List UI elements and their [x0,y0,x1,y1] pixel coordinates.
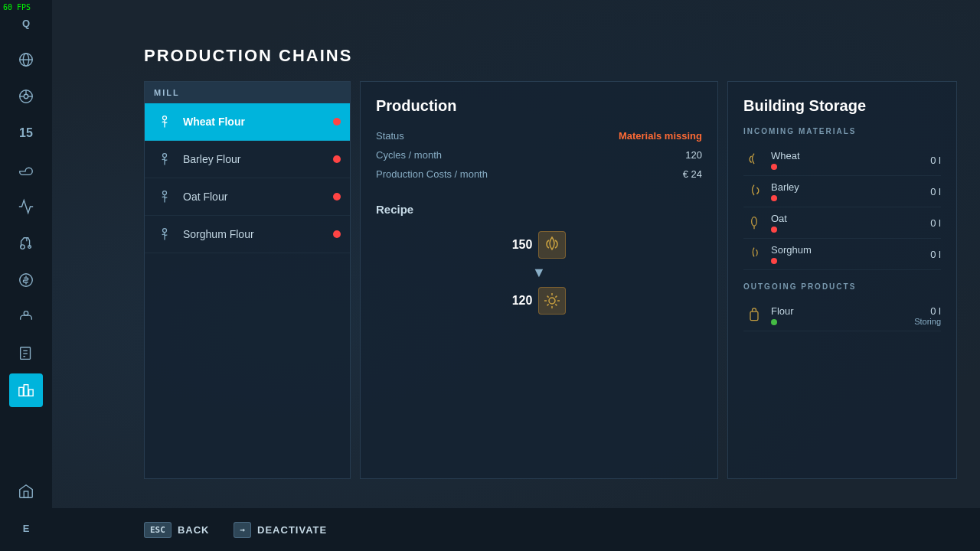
chain-item-wheat-flour[interactable]: Wheat Flour [145,103,350,141]
sidebar-item-wheel[interactable] [9,80,43,113]
mill-section-header: MILL [145,82,350,103]
animals-icon [18,308,34,325]
cycles-label: Cycles / month [376,149,442,161]
oat-name: Oat [771,213,930,224]
oat-storage-icon [743,212,765,233]
weather-icon [18,161,34,178]
wheat-amount: 0 l [930,155,941,166]
recipe-output-icon [538,287,566,315]
status-label: Status [376,130,404,142]
recipe-input-icon [538,231,566,259]
deactivate-label: DEACTIVATE [257,524,327,536]
recipe-input-amount: 150 [512,238,533,252]
storage-item-flour: Flour 0 l Storing [743,300,941,331]
sidebar: Q 15 [0,0,52,551]
barley-flour-icon [154,148,175,170]
oat-flour-icon [154,186,175,207]
recipe-section: Recipe 150 ▼ 120 [376,203,702,315]
svg-point-25 [549,298,555,304]
cycles-row: Cycles / month 120 [376,149,702,161]
sidebar-item-tractor[interactable] [9,227,43,260]
sidebar-item-economy[interactable] [9,263,43,297]
svg-point-23 [163,191,167,195]
costs-label: Production Costs / month [376,168,488,180]
storage-title: Building Storage [743,97,941,115]
sorghum-flour-icon [154,223,175,245]
chain-item-barley-flour[interactable]: Barley Flour [145,141,350,178]
sorghum-flour-name: Sorghum Flour [183,228,333,240]
cycles-value: 120 [685,149,702,161]
deactivate-button[interactable]: → DEACTIVATE [234,522,327,538]
production-icon [18,382,34,399]
costs-row: Production Costs / month € 24 [376,168,702,180]
svg-rect-27 [750,311,758,321]
flour-amount: 0 l [914,305,941,317]
esc-key-badge: ESC [144,522,172,538]
wheat-storage-icon [743,149,765,171]
flour-status-text: Storing [914,317,941,326]
production-chains-panel: MILL Wheat Flour Barley Flour [144,81,351,479]
oat-info: Oat [771,213,930,233]
oat-flour-name: Oat Flour [183,191,333,203]
barley-flour-status [333,155,341,163]
costs-value: € 24 [683,168,702,180]
content-grid: MILL Wheat Flour Barley Flour [144,81,957,479]
svg-rect-17 [19,387,24,396]
wheat-flour-icon [154,111,175,132]
sidebar-item-e[interactable]: E [9,511,43,545]
storage-item-oat: Oat 0 l [743,207,941,239]
status-row: Status Materials missing [376,130,702,142]
home-icon [18,483,34,500]
svg-point-21 [163,116,167,120]
outgoing-header: OUTGOING PRODUCTS [743,282,941,294]
svg-rect-20 [24,491,28,497]
status-value: Materials missing [619,130,702,142]
deactivate-key-badge: → [234,522,251,538]
svg-point-24 [163,229,167,233]
sorghum-status-dot [771,258,777,264]
recipe-output-amount: 120 [512,294,533,308]
sidebar-item-animals[interactable] [9,300,43,334]
svg-point-4 [24,94,28,99]
oat-flour-status [333,193,341,201]
storage-item-barley: Barley 0 l [743,176,941,207]
bottom-bar: ESC BACK → DEACTIVATE [52,508,980,551]
sidebar-item-calendar[interactable]: 15 [9,116,43,150]
barley-amount: 0 l [930,186,941,197]
sidebar-item-chart[interactable] [9,190,43,223]
recipe-output: 120 [512,287,567,315]
barley-flour-name: Barley Flour [183,153,333,165]
chain-item-oat-flour[interactable]: Oat Flour [145,178,350,216]
svg-point-12 [24,311,28,316]
svg-rect-18 [24,385,28,396]
page-title: PRODUCTION CHAINS [144,46,957,66]
flour-status-dot [771,319,777,325]
globe-icon [18,51,34,68]
sidebar-item-building[interactable] [9,474,43,508]
oat-status-dot [771,227,777,233]
barley-status-dot [771,195,777,201]
main-content: PRODUCTION CHAINS MILL Wheat Flour [52,0,980,551]
flour-right: 0 l Storing [914,305,941,326]
chain-item-sorghum-flour[interactable]: Sorghum Flour [145,216,350,253]
recipe-input: 150 [512,231,567,259]
wheat-flour-name: Wheat Flour [183,116,333,128]
building-storage-panel: Building Storage INCOMING MATERIALS Whea… [727,81,957,479]
fps-counter: 60 FPS [3,3,31,11]
chart-icon [18,198,34,215]
wheat-status-dot [771,164,777,170]
sidebar-item-docs[interactable] [9,337,43,370]
sorghum-name: Sorghum [771,244,930,256]
storage-item-wheat: Wheat 0 l [743,145,941,176]
sidebar-item-weather[interactable] [9,153,43,187]
svg-rect-19 [29,390,33,396]
sorghum-flour-status [333,230,341,238]
sidebar-item-globe[interactable] [9,43,43,77]
wheat-info: Wheat [771,150,930,170]
barley-info: Barley [771,181,930,201]
back-button[interactable]: ESC BACK [144,522,209,538]
incoming-header: INCOMING MATERIALS [743,127,941,139]
svg-point-26 [752,217,757,227]
sidebar-item-production[interactable] [9,373,43,407]
e-key-icon: E [23,523,30,534]
